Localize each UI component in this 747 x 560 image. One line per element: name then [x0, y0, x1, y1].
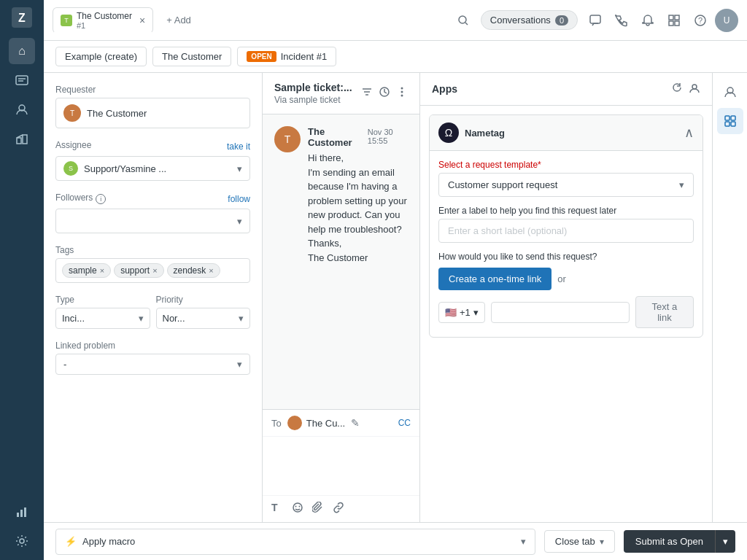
followers-section: Followers i follow ▾ [55, 192, 250, 233]
tag-sample-remove-icon[interactable]: × [100, 266, 104, 275]
svg-rect-10 [20, 510, 23, 517]
take-it-link[interactable]: take it [227, 141, 250, 152]
priority-section: Priority Nor... ▾ [156, 295, 251, 329]
add-tab-button[interactable]: + Add [159, 10, 198, 30]
phone-row: 🇺🇸 +1 ▾ Text a link [438, 296, 694, 328]
search-button[interactable] [452, 9, 475, 32]
app-logo[interactable]: Z [10, 6, 34, 29]
assignee-arrow-icon: ▾ [237, 163, 242, 174]
apps-title: Apps [432, 83, 457, 95]
left-panel: Requester T The Customer Assignee take i… [44, 73, 263, 522]
svg-rect-38 [731, 122, 735, 126]
phone-country-selector[interactable]: 🇺🇸 +1 ▾ [438, 302, 485, 323]
type-section: Type Inci... ▾ [55, 295, 150, 329]
message-avatar: T [274, 126, 301, 152]
compose-body[interactable] [263, 437, 419, 495]
tag-support-remove-icon[interactable]: × [152, 266, 157, 275]
close-tab-button[interactable]: Close tab ▾ [544, 530, 615, 553]
refresh-icon[interactable] [671, 82, 683, 96]
followers-box[interactable]: ▾ [55, 209, 250, 233]
tags-box[interactable]: sample × support × zendesk × [55, 258, 250, 283]
priority-selector[interactable]: Nor... ▾ [156, 308, 251, 329]
link-icon[interactable] [333, 502, 344, 516]
assignee-selector[interactable]: S Support/Yasmine ... ▾ [55, 156, 250, 181]
more-options-icon[interactable] [396, 86, 408, 101]
tab-close-icon[interactable]: × [139, 15, 145, 26]
submit-group: Submit as Open ▾ [624, 530, 735, 553]
svg-rect-36 [731, 116, 735, 120]
current-tab[interactable]: T The Customer #1 × [53, 7, 153, 34]
conversations-button[interactable]: Conversations 0 [481, 10, 578, 30]
user-avatar[interactable]: U [715, 9, 738, 32]
recipient-chip[interactable]: The Cu... [287, 416, 345, 430]
tag-sample[interactable]: sample × [62, 263, 111, 278]
grid-icon[interactable] [662, 9, 686, 32]
user-info-icon[interactable] [717, 79, 743, 105]
cc-button[interactable]: CC [398, 418, 411, 428]
svg-point-30 [293, 503, 302, 512]
nametag-header: Ω Nametag ∧ [430, 115, 703, 151]
linked-problem-selector[interactable]: - ▾ [55, 354, 250, 375]
attachment-icon[interactable] [312, 502, 324, 516]
breadcrumb-ticket[interactable]: OPEN Incident #1 [237, 47, 336, 66]
phone-code: +1 [460, 307, 471, 318]
svg-text:T: T [271, 502, 278, 513]
followers-info-icon[interactable]: i [96, 194, 106, 204]
apps-user-icon[interactable] [689, 82, 700, 96]
send-section: How would you like to send this request?… [438, 252, 694, 328]
tab-favicon: T [61, 15, 72, 26]
middle-panel: Sample ticket:... Via sample ticket [263, 73, 420, 522]
type-selector[interactable]: Inci... ▾ [55, 308, 150, 329]
svg-rect-7 [23, 135, 27, 144]
svg-line-14 [465, 23, 468, 25]
help-icon[interactable]: ? [689, 9, 712, 32]
macro-icon: ⚡ [65, 536, 77, 547]
edit-recipient-icon[interactable]: ✎ [351, 417, 360, 429]
home-nav-icon[interactable]: ⌂ [9, 38, 35, 64]
organizations-nav-icon[interactable] [9, 125, 35, 152]
label-input[interactable]: Enter a short label (optional) [438, 219, 694, 243]
breadcrumb-customer[interactable]: The Customer [152, 47, 231, 66]
tag-zendesk-remove-icon[interactable]: × [209, 266, 213, 275]
emoji-icon[interactable] [292, 502, 303, 516]
requester-box[interactable]: T The Customer [55, 98, 250, 128]
settings-nav-icon[interactable] [9, 528, 35, 554]
svg-rect-6 [17, 138, 21, 144]
phone-icon[interactable] [610, 9, 633, 32]
tag-zendesk[interactable]: zendesk × [167, 263, 220, 278]
send-options: Create a one-time link or [438, 268, 694, 290]
followers-arrow-icon: ▾ [237, 216, 242, 227]
ticket-title: Sample ticket:... [274, 82, 352, 93]
contacts-nav-icon[interactable] [9, 96, 35, 122]
chat-icon[interactable] [584, 9, 607, 32]
apply-macro-area[interactable]: ⚡ Apply macro ▾ [55, 529, 535, 555]
text-format-icon[interactable]: T [271, 502, 283, 516]
follow-link[interactable]: follow [228, 194, 250, 204]
create-link-button[interactable]: Create a one-time link [438, 268, 551, 290]
tickets-nav-icon[interactable] [9, 67, 35, 93]
assignee-value: Support/Yasmine ... [84, 163, 166, 174]
submit-button[interactable]: Submit as Open [624, 530, 715, 553]
history-icon[interactable] [379, 86, 390, 101]
phone-number-input[interactable] [491, 302, 630, 323]
compose-area: To The Cu... ✎ CC T [263, 409, 419, 522]
svg-text:?: ? [698, 16, 703, 25]
text-link-button[interactable]: Text a link [635, 296, 694, 328]
filter-icon[interactable] [361, 86, 373, 101]
conversations-badge: 0 [555, 15, 568, 26]
svg-rect-37 [725, 122, 729, 126]
bell-icon[interactable] [636, 9, 659, 32]
reports-nav-icon[interactable] [9, 499, 35, 525]
or-text: or [557, 273, 566, 284]
template-selector[interactable]: Customer support request ▾ [438, 173, 694, 197]
flag-arrow-icon: ▾ [473, 307, 479, 318]
macro-arrow-icon: ▾ [521, 536, 526, 547]
type-arrow-icon: ▾ [139, 313, 144, 324]
svg-rect-16 [669, 15, 673, 20]
nametag-collapse-icon[interactable]: ∧ [684, 125, 694, 141]
apps-panel-icon[interactable] [717, 108, 743, 134]
breadcrumb-example[interactable]: Example (create) [55, 47, 147, 66]
tag-support[interactable]: support × [114, 263, 163, 278]
flag-icon: 🇺🇸 [445, 307, 457, 318]
submit-dropdown-icon[interactable]: ▾ [715, 530, 735, 553]
